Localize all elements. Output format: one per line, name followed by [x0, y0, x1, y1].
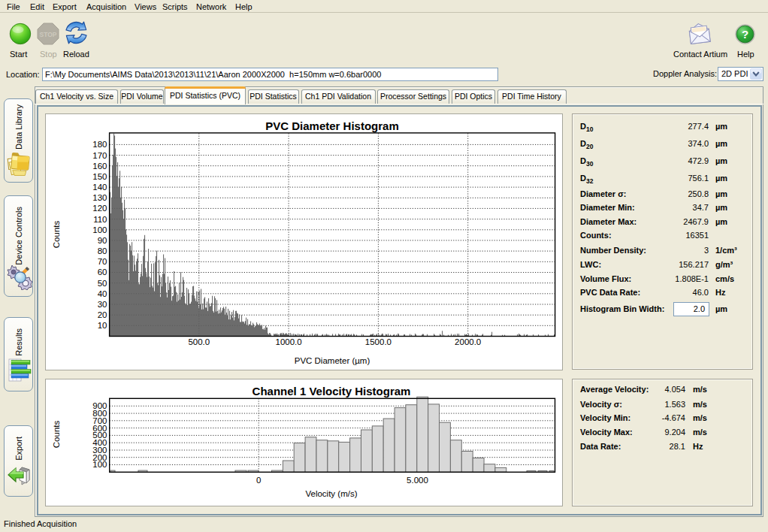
- svg-text:80: 80: [98, 246, 107, 255]
- svg-text:5.000: 5.000: [407, 476, 428, 485]
- svg-text:Channel 1 Velocity Histogram: Channel 1 Velocity Histogram: [252, 385, 411, 397]
- svg-text:170: 170: [92, 151, 107, 160]
- svg-text:2000.0: 2000.0: [455, 337, 481, 346]
- svg-text:60: 60: [98, 268, 107, 277]
- svg-text:1000.0: 1000.0: [276, 337, 302, 346]
- svg-text:10: 10: [98, 321, 107, 330]
- svg-text:30: 30: [98, 300, 107, 309]
- svg-text:?: ?: [742, 28, 748, 41]
- svg-text:Counts: Counts: [52, 221, 61, 249]
- svg-text:140: 140: [92, 183, 107, 192]
- svg-text:0: 0: [256, 476, 261, 485]
- svg-text:PVC Diameter Histogram: PVC Diameter Histogram: [265, 119, 399, 132]
- svg-text:110: 110: [93, 215, 107, 224]
- svg-text:500.0: 500.0: [188, 337, 210, 346]
- svg-text:Counts: Counts: [52, 421, 61, 449]
- svg-text:1500.0: 1500.0: [365, 337, 392, 346]
- svg-text:900: 900: [92, 401, 107, 410]
- svg-text:120: 120: [92, 204, 107, 213]
- svg-text:180: 180: [92, 140, 107, 149]
- svg-text:160: 160: [92, 162, 107, 171]
- svg-text:PVC Diameter (µm): PVC Diameter (µm): [295, 356, 370, 365]
- svg-text:STOP: STOP: [40, 31, 57, 38]
- svg-text:50: 50: [98, 279, 107, 288]
- svg-text:70: 70: [98, 257, 107, 266]
- svg-text:130: 130: [92, 193, 107, 202]
- svg-text:90: 90: [98, 236, 107, 245]
- svg-text:20: 20: [98, 310, 107, 319]
- svg-text:40: 40: [98, 289, 107, 298]
- svg-text:150: 150: [92, 172, 107, 181]
- svg-text:Velocity (m/s): Velocity (m/s): [305, 489, 357, 498]
- svg-text:100: 100: [92, 225, 107, 234]
